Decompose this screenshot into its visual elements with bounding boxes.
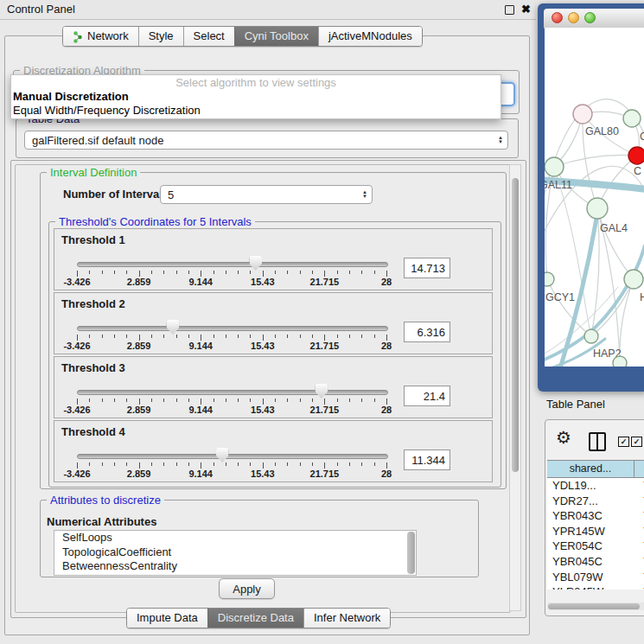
attribute-list-item[interactable]: BetweennessCentrality (54, 559, 416, 574)
network-node[interactable] (545, 157, 564, 176)
tick-mark (275, 399, 276, 402)
threshold-value-field[interactable]: 11.344 (404, 450, 450, 470)
table-data-combobox[interactable]: galFiltered.sif default node ▲▼ (24, 131, 508, 150)
tick-label: 28 (381, 277, 392, 287)
tab-network[interactable]: Network (63, 27, 138, 46)
tick-label: 2.859 (127, 277, 151, 287)
threshold-value-field[interactable]: 21.4 (404, 386, 450, 406)
vertical-scrollbar[interactable] (509, 164, 521, 611)
network-node[interactable] (624, 270, 643, 289)
network-node[interactable] (573, 105, 592, 124)
tab-infer-network[interactable]: Infer Network (303, 609, 390, 628)
gear-icon[interactable]: ⚙ (556, 429, 571, 446)
network-edge (547, 279, 591, 336)
split-columns-icon[interactable] (589, 432, 606, 451)
slider-track[interactable] (77, 454, 388, 459)
tab-impute-data[interactable]: Impute Data (127, 609, 207, 628)
network-node[interactable] (584, 329, 598, 343)
number-of-intervals-value: 5 (168, 188, 174, 201)
threshold-label: Threshold 4 (61, 425, 125, 438)
tick-mark (386, 335, 387, 341)
tick-mark (324, 399, 325, 405)
tick-label: 15.43 (251, 341, 275, 351)
zoom-traffic-light-icon[interactable] (584, 12, 596, 23)
vertical-scrollbar-thumb[interactable] (512, 178, 519, 472)
tick-mark (312, 271, 313, 274)
tick-mark (312, 462, 313, 466)
tab-style[interactable]: Style (138, 27, 183, 46)
table-horizontal-scrollbar-thumb[interactable] (548, 603, 640, 609)
table-row[interactable]: YBL079WYBL0 (547, 570, 644, 585)
table-row[interactable]: YBR043CYBR0 (547, 508, 644, 524)
attribute-list-item[interactable]: TopologicalCoefficient (54, 545, 416, 560)
threshold-panel: Threshold 3-3.4262.8599.14415.4321.71528… (54, 356, 493, 418)
table-row[interactable]: YPR145WYPR1 (547, 524, 644, 539)
network-node[interactable] (623, 110, 641, 127)
checkbox-icon[interactable]: ✓ (618, 437, 629, 447)
tick-mark (349, 271, 350, 274)
close-traffic-light-icon[interactable] (552, 12, 563, 23)
tick-mark (114, 399, 115, 402)
node-table[interactable]: shared...n... YDL19...YDL1YDR27...YDR2YB… (547, 460, 644, 590)
slider-track[interactable] (77, 326, 388, 331)
network-node[interactable] (587, 198, 608, 219)
attribute-list-scrollbar-thumb[interactable] (407, 532, 415, 574)
tick-mark (163, 335, 164, 338)
tab-cyni-toolbox[interactable]: Cyni Toolbox (234, 27, 318, 46)
tick-mark (287, 271, 288, 274)
tick-mark (139, 271, 140, 277)
tick-label: 21.715 (310, 277, 340, 287)
table-row[interactable]: YBR045CYBR0 (547, 554, 644, 570)
network-view-window[interactable]: GAL80GACGAL11GAL4GCY1HHAP2 (538, 3, 644, 392)
option-manual-discretization[interactable]: Manual Discretization (11, 90, 501, 104)
close-icon[interactable]: ✖ (521, 0, 531, 19)
apply-button[interactable]: Apply (219, 578, 275, 599)
threshold-value-field[interactable]: 6.316 (404, 322, 450, 342)
number-of-intervals-combobox[interactable]: 5 ▲▼ (160, 185, 373, 204)
slider-track[interactable] (77, 390, 388, 395)
tick-label: -3.426 (63, 405, 90, 415)
minimize-traffic-light-icon[interactable] (568, 12, 579, 23)
tab-discretize-data[interactable]: Discretize Data (207, 609, 303, 628)
tick-mark (151, 335, 152, 338)
table-column-header[interactable]: n... (634, 461, 644, 477)
tick-label: 15.43 (251, 405, 275, 415)
tick-mark (139, 462, 140, 469)
table-row[interactable]: YDR27...YDR2 (547, 494, 644, 509)
threshold-panels: Threshold 1-3.4262.8599.14415.4321.71528… (54, 228, 493, 482)
tick-mark (151, 462, 152, 466)
tick-mark (337, 399, 338, 402)
slider-handle[interactable] (315, 384, 328, 399)
tick-mark (139, 335, 140, 341)
table-row[interactable]: YDL19...YDL1 (547, 478, 644, 494)
table-horizontal-scrollbar[interactable] (547, 603, 644, 610)
threshold-value-field[interactable]: 14.713 (404, 258, 450, 278)
attribute-list-item[interactable]: SelfLoops (54, 531, 416, 545)
network-node[interactable] (613, 356, 627, 367)
tab-select[interactable]: Select (183, 27, 234, 46)
slider-track[interactable] (77, 262, 388, 267)
float-window-icon[interactable] (505, 5, 514, 15)
option-equal-width-frequency[interactable]: Equal Width/Frequency Discretization (11, 104, 501, 118)
tick-mark (337, 462, 338, 466)
table-row[interactable]: YLR345WYLR3 (547, 584, 644, 590)
tick-mark (188, 271, 189, 274)
slider-handle[interactable] (166, 320, 179, 335)
slider-handle[interactable] (216, 448, 229, 462)
tick-mark (300, 462, 301, 466)
network-node[interactable] (628, 147, 644, 164)
table-column-header[interactable]: shared... (547, 461, 634, 477)
network-node[interactable] (545, 272, 554, 286)
slider-ticks (77, 398, 386, 405)
network-canvas[interactable]: GAL80GACGAL11GAL4GCY1HHAP2 (545, 28, 644, 367)
tick-mark (176, 462, 177, 466)
numerical-attributes-list[interactable]: SelfLoopsTopologicalCoefficientBetweenne… (54, 530, 417, 576)
checkbox-icon[interactable]: ✓ (631, 437, 642, 447)
slider-handle[interactable] (249, 256, 262, 271)
tick-mark (263, 399, 264, 405)
tick-mark (214, 399, 214, 402)
tick-label: 28 (381, 341, 392, 351)
tab-jactivemnodules[interactable]: jActiveMNodules (318, 27, 422, 46)
table-row[interactable]: YER054CYER0 (547, 539, 644, 554)
tick-mark (176, 271, 177, 274)
